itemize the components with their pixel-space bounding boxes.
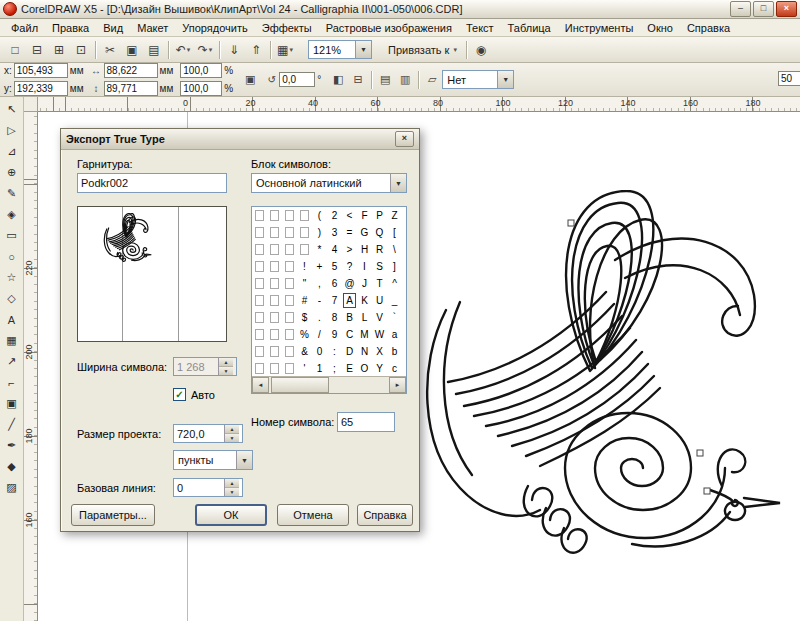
char-cell[interactable]: I <box>357 258 372 275</box>
spin-down-icon[interactable]: ▼ <box>225 433 239 442</box>
char-cell[interactable]: b <box>387 343 402 360</box>
char-cell[interactable]: . <box>312 309 327 326</box>
baseline-spinner[interactable]: ▲ ▼ <box>224 479 239 496</box>
char-cell[interactable]: B <box>342 309 357 326</box>
char-cell[interactable]: E <box>342 360 357 377</box>
grid-scrollbar[interactable]: ◄ ► <box>252 376 406 393</box>
char-cell[interactable]: ] <box>387 258 402 275</box>
char-cell[interactable] <box>252 224 267 241</box>
char-cell[interactable]: # <box>297 292 312 309</box>
char-cell[interactable]: 6 <box>327 275 342 292</box>
char-cell[interactable] <box>267 275 282 292</box>
polygon-tool-icon[interactable]: ☆ <box>2 268 22 287</box>
bird-illustration[interactable] <box>410 190 800 580</box>
char-cell[interactable]: 9 <box>327 326 342 343</box>
char-cell[interactable]: K <box>357 292 372 309</box>
maximize-button[interactable]: □ <box>753 1 774 17</box>
export-icon[interactable]: ⇑ <box>245 40 267 60</box>
menu-item-5[interactable]: Эффекты <box>255 20 319 36</box>
char-cell[interactable]: G <box>357 224 372 241</box>
char-cell[interactable] <box>297 224 312 241</box>
vertical-ruler[interactable]: 220200180160 <box>24 112 38 621</box>
redo-icon[interactable]: ↷▾ <box>194 40 216 60</box>
char-cell[interactable] <box>282 258 297 275</box>
char-cell[interactable]: & <box>297 343 312 360</box>
baseline-input[interactable]: 0 ▲ ▼ <box>173 478 243 497</box>
char-cell[interactable]: > <box>342 241 357 258</box>
char-cell[interactable]: R <box>372 241 387 258</box>
char-cell[interactable] <box>252 326 267 343</box>
char-cell[interactable]: ! <box>297 258 312 275</box>
design-size-input[interactable]: 720,0 ▲ ▼ <box>173 424 243 443</box>
char-cell[interactable] <box>282 309 297 326</box>
fill-tool-icon[interactable]: ◆ <box>2 457 22 476</box>
char-cell[interactable]: ) <box>312 224 327 241</box>
char-cell[interactable]: ^ <box>387 275 402 292</box>
char-cell[interactable]: , <box>312 275 327 292</box>
char-cell[interactable] <box>282 326 297 343</box>
freehand-tool-icon[interactable]: ✎ <box>2 184 22 203</box>
scroll-right-icon[interactable]: ► <box>389 377 406 393</box>
char-cell[interactable] <box>267 224 282 241</box>
menu-item-4[interactable]: Упорядочить <box>175 20 254 36</box>
save-icon[interactable]: ⊞ <box>48 40 70 60</box>
cut-icon[interactable]: ✂ <box>99 40 121 60</box>
char-cell[interactable]: N <box>357 343 372 360</box>
y-position-input[interactable]: 192,339 <box>14 81 68 96</box>
import-icon[interactable]: ⇓ <box>223 40 245 60</box>
ellipse-tool-icon[interactable]: ○ <box>2 247 22 266</box>
char-cell[interactable]: H <box>357 241 372 258</box>
spin-down-icon[interactable]: ▼ <box>225 487 239 496</box>
eyedropper-tool-icon[interactable]: ╱ <box>2 415 22 434</box>
char-cell[interactable]: \ <box>387 241 402 258</box>
char-cell[interactable] <box>267 241 282 258</box>
character-grid[interactable]: (2<FPZ)3=GQ[*4>HR\!+5?IS]",6@JT^#-7AKU_$… <box>251 206 407 394</box>
scale-x-input[interactable]: 100,0 <box>180 63 222 78</box>
design-size-spinner[interactable]: ▲ ▼ <box>224 425 239 442</box>
menu-item-1[interactable]: Правка <box>45 20 96 36</box>
char-cell[interactable]: 4 <box>327 241 342 258</box>
interactive-fill-tool-icon[interactable]: ▨ <box>2 478 22 497</box>
paste-icon[interactable]: ▤ <box>143 40 165 60</box>
char-cell[interactable]: V <box>372 309 387 326</box>
char-cell[interactable]: S <box>372 258 387 275</box>
outline-pen-tool-icon[interactable]: ✒ <box>2 436 22 455</box>
char-cell[interactable]: T <box>372 275 387 292</box>
rotation-angle-input[interactable]: 0,0 <box>279 72 315 87</box>
menu-item-3[interactable]: Макет <box>130 20 175 36</box>
char-cell[interactable]: D <box>342 343 357 360</box>
char-cell[interactable] <box>267 343 282 360</box>
char-cell[interactable]: $ <box>297 309 312 326</box>
zoom-level-combo[interactable]: 121% ▼ <box>308 40 372 59</box>
basic-shapes-tool-icon[interactable]: ◇ <box>2 289 22 308</box>
char-cell[interactable] <box>267 309 282 326</box>
char-cell[interactable]: U <box>372 292 387 309</box>
auto-checkbox[interactable]: ✓ <box>173 388 186 401</box>
char-cell[interactable] <box>252 275 267 292</box>
char-cell[interactable] <box>297 241 312 258</box>
connector-tool-icon[interactable]: ⌐ <box>2 373 22 392</box>
menu-item-2[interactable]: Вид <box>96 20 130 36</box>
char-cell[interactable] <box>267 360 282 377</box>
char-cell[interactable]: 8 <box>327 309 342 326</box>
char-cell[interactable]: J <box>357 275 372 292</box>
char-cell[interactable]: _ <box>387 292 402 309</box>
scrollbar-thumb[interactable] <box>271 377 329 393</box>
x-position-input[interactable]: 105,493 <box>14 63 68 78</box>
object-width-input[interactable]: 88,622 <box>104 63 158 78</box>
char-cell[interactable]: Y <box>372 360 387 377</box>
menu-item-10[interactable]: Окно <box>640 20 680 36</box>
shape-tool-icon[interactable]: ▷ <box>2 121 22 140</box>
snap-to-dropdown[interactable]: Привязать к ▾ <box>382 40 463 59</box>
char-cell[interactable] <box>282 360 297 377</box>
cancel-button[interactable]: Отмена <box>277 504 349 526</box>
char-cell[interactable]: 3 <box>327 224 342 241</box>
zoom-tool-icon[interactable]: ⊕ <box>2 163 22 182</box>
char-cell[interactable] <box>282 275 297 292</box>
char-cell[interactable] <box>267 207 282 224</box>
char-cell[interactable]: X <box>372 343 387 360</box>
char-cell[interactable]: 0 <box>312 343 327 360</box>
spin-up-icon[interactable]: ▲ <box>225 425 239 433</box>
lock-ratio-icon[interactable]: ▣ <box>240 70 260 90</box>
char-cell[interactable] <box>282 207 297 224</box>
